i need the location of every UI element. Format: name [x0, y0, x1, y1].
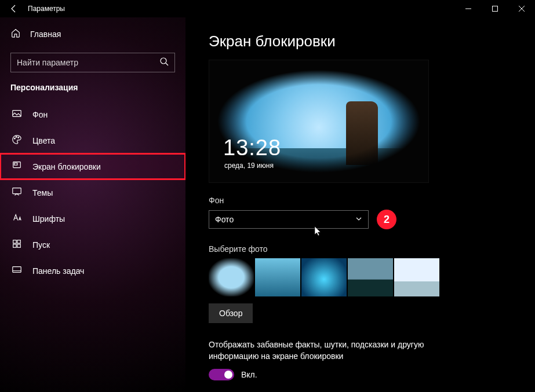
titlebar: Параметры: [0, 0, 535, 17]
window-title: Параметры: [28, 5, 455, 13]
sidebar-item-label: Панель задач: [32, 266, 84, 276]
sidebar: Главная Персонализация Фон Цвета: [0, 17, 185, 392]
svg-rect-13: [13, 267, 21, 273]
picture-icon: [12, 108, 22, 120]
section-title: Персонализация: [0, 83, 185, 101]
close-button[interactable]: [508, 0, 535, 17]
lockscreen-icon: [12, 160, 22, 173]
svg-rect-10: [17, 240, 20, 243]
sidebar-item-colors[interactable]: Цвета: [0, 127, 185, 153]
thumbnail[interactable]: [209, 258, 254, 296]
svg-point-4: [16, 137, 17, 138]
tips-toggle-description: Отображать забавные факты, шутки, подска…: [209, 339, 464, 362]
svg-point-5: [18, 137, 19, 138]
brush-icon: [12, 186, 22, 199]
sidebar-item-background[interactable]: Фон: [0, 101, 185, 127]
svg-rect-12: [17, 244, 20, 247]
sidebar-item-label: Темы: [32, 188, 53, 197]
sidebar-item-fonts[interactable]: Шрифты: [0, 206, 185, 232]
sidebar-item-label: Фон: [32, 110, 48, 119]
chevron-down-icon: [355, 215, 362, 224]
svg-rect-9: [13, 240, 16, 243]
lockscreen-preview: 13:28 среда, 19 июня: [209, 60, 429, 183]
callout-badge: 2: [377, 210, 396, 229]
home-link[interactable]: Главная: [0, 23, 185, 45]
svg-point-1: [161, 58, 166, 64]
start-icon: [12, 239, 22, 251]
thumbnail[interactable]: [255, 258, 300, 296]
toggle-state-label: Вкл.: [241, 370, 257, 379]
preview-time: 13:28: [223, 135, 281, 160]
thumbnail[interactable]: [348, 258, 393, 296]
svg-point-3: [14, 138, 16, 139]
page-title: Экран блокировки: [209, 32, 512, 50]
taskbar-icon: [12, 265, 22, 277]
palette-icon: [12, 134, 22, 146]
tips-toggle[interactable]: [209, 369, 234, 380]
search-icon: [159, 57, 169, 68]
home-icon: [10, 28, 21, 40]
sidebar-item-label: Пуск: [32, 240, 50, 250]
background-label: Фон: [209, 196, 512, 205]
dropdown-value: Фото: [215, 215, 234, 224]
preview-date: среда, 19 июня: [224, 162, 274, 170]
sidebar-item-taskbar[interactable]: Панель задач: [0, 258, 185, 284]
browse-button[interactable]: Обзор: [209, 303, 253, 323]
minimize-button[interactable]: [455, 0, 482, 17]
sidebar-item-lockscreen[interactable]: Экран блокировки: [0, 153, 185, 179]
search-box[interactable]: [10, 53, 175, 72]
search-input[interactable]: [17, 58, 159, 67]
svg-rect-7: [14, 163, 17, 166]
photo-thumbnails: [209, 258, 512, 296]
thumbnail[interactable]: [394, 258, 439, 296]
sidebar-item-start[interactable]: Пуск: [0, 232, 185, 258]
back-button[interactable]: [0, 4, 28, 13]
svg-rect-11: [13, 244, 16, 247]
sidebar-item-label: Шрифты: [32, 214, 65, 224]
sidebar-item-label: Цвета: [32, 136, 55, 145]
svg-rect-0: [493, 6, 498, 12]
sidebar-item-themes[interactable]: Темы: [0, 179, 185, 206]
sidebar-item-label: Экран блокировки: [32, 162, 101, 171]
thumbnail[interactable]: [301, 258, 347, 296]
font-icon: [12, 213, 22, 225]
cursor-icon: [314, 226, 322, 239]
choose-photo-label: Выберите фото: [209, 244, 512, 254]
svg-rect-8: [13, 188, 21, 194]
maximize-button[interactable]: [482, 0, 508, 17]
background-dropdown[interactable]: Фото: [209, 210, 369, 229]
main-content: Экран блокировки 13:28 среда, 19 июня Фо…: [185, 17, 535, 392]
home-label: Главная: [30, 30, 61, 39]
